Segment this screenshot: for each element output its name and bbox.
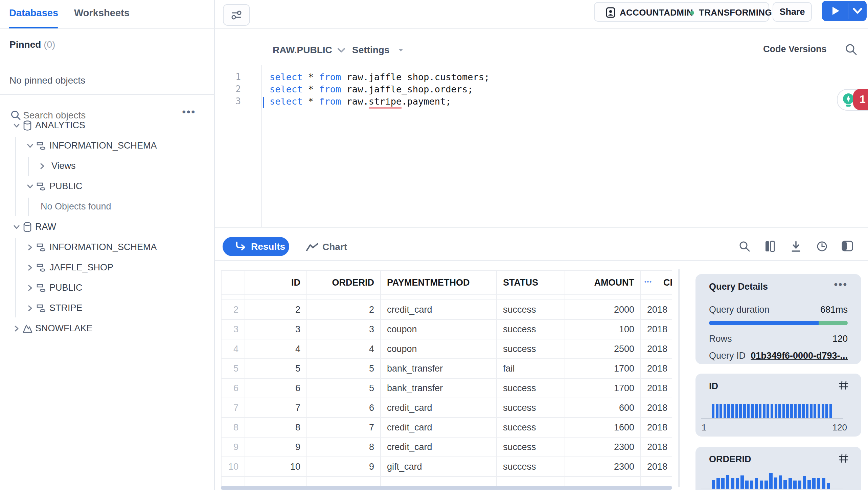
table-cell[interactable]: success	[497, 379, 565, 398]
table-cell[interactable]: gift_card	[381, 457, 497, 477]
row-number[interactable]: 6	[221, 379, 245, 398]
tree-item-public[interactable]: PUBLIC	[0, 278, 214, 298]
table-row[interactable]: 10109gift_cardsuccess23002018	[221, 457, 672, 477]
table-cell[interactable]: success	[497, 300, 565, 320]
editor-search-icon[interactable]	[844, 43, 858, 56]
column-header-rownum[interactable]	[221, 270, 245, 295]
row-number[interactable]: 2	[221, 300, 245, 320]
row-number[interactable]: 7	[221, 398, 245, 418]
column-stats-card-orderid[interactable]: ORDERID	[695, 447, 861, 490]
table-cell[interactable]: credit_card	[381, 300, 497, 320]
context-selector-button[interactable]: ACCOUNTADMIN TRANSFORMING	[594, 2, 769, 22]
table-cell[interactable]: 3	[245, 320, 307, 339]
table-cell[interactable]: 7	[307, 418, 381, 438]
table-cell[interactable]: 2	[245, 300, 307, 320]
history-icon[interactable]	[816, 240, 828, 252]
tree-item-information-schema[interactable]: INFORMATION_SCHEMA	[0, 237, 214, 258]
table-cell[interactable]: 5	[307, 379, 381, 398]
row-number[interactable]: 9	[221, 438, 245, 457]
tree-item-views[interactable]: Views	[0, 156, 214, 176]
table-cell[interactable]: 2018	[641, 418, 672, 438]
table-cell[interactable]: success	[497, 457, 565, 477]
table-cell[interactable]: 5	[245, 359, 307, 379]
query-details-menu-icon[interactable]: •••	[834, 279, 848, 290]
chevron-down-icon[interactable]	[26, 141, 35, 150]
run-options-chevron-icon[interactable]	[852, 7, 863, 15]
query-id-link[interactable]: 01b349f6-0000-d793-...	[751, 351, 848, 361]
table-cell[interactable]: 6	[245, 379, 307, 398]
table-cell[interactable]: credit_card	[381, 398, 497, 418]
row-number[interactable]: 10	[221, 457, 245, 477]
table-cell[interactable]: success	[497, 438, 565, 457]
download-icon[interactable]	[790, 240, 802, 252]
table-cell[interactable]: 4	[307, 339, 381, 359]
column-header-AMOUNT[interactable]: AMOUNT	[565, 270, 641, 295]
tree-item-raw[interactable]: RAW	[0, 217, 214, 237]
table-cell[interactable]: 2500	[565, 339, 641, 359]
tree-item-stripe[interactable]: STRIPE	[0, 298, 214, 318]
table-cell[interactable]: 2300	[565, 438, 641, 457]
table-cell[interactable]: success	[497, 398, 565, 418]
chevron-right-icon[interactable]	[26, 304, 35, 313]
table-cell[interactable]: 2000	[565, 300, 641, 320]
row-number[interactable]: 4	[221, 339, 245, 359]
table-row[interactable]: 222credit_cardsuccess20002018	[221, 300, 672, 320]
run-button[interactable]	[831, 6, 840, 16]
column-stats-card-id[interactable]: ID 1 120	[695, 374, 861, 437]
table-cell[interactable]: 100	[565, 320, 641, 339]
chevron-down-icon[interactable]	[12, 223, 21, 231]
table-cell[interactable]: 3	[307, 320, 381, 339]
table-cell[interactable]: 2018	[641, 359, 672, 379]
editor-context-dropdown[interactable]: RAW.PUBLIC	[273, 45, 332, 55]
column-overflow-ellipsis-icon[interactable]: •••	[644, 270, 652, 294]
chevron-right-icon[interactable]	[26, 284, 35, 292]
table-cell[interactable]: 2018	[641, 320, 672, 339]
table-cell[interactable]: 8	[307, 438, 381, 457]
table-cell[interactable]: 2018	[641, 379, 672, 398]
chevron-right-icon[interactable]	[38, 162, 47, 171]
split-panel-icon[interactable]	[841, 240, 853, 252]
tree-item-public[interactable]: PUBLIC	[0, 176, 214, 197]
table-cell[interactable]: 4	[245, 339, 307, 359]
column-header-PAYMENTMETHOD[interactable]: PAYMENTMETHOD	[381, 270, 497, 295]
table-cell[interactable]: 2018	[641, 457, 672, 477]
chevron-down-icon[interactable]	[12, 121, 21, 130]
chevron-right-icon[interactable]	[12, 324, 21, 333]
table-row[interactable]: 444couponsuccess25002018	[221, 339, 672, 359]
table-cell[interactable]: bank_transfer	[381, 379, 497, 398]
table-cell[interactable]: success	[497, 418, 565, 438]
table-cell[interactable]: credit_card	[381, 418, 497, 438]
table-row[interactable]: 887credit_cardsuccess16002018	[221, 418, 672, 438]
table-row[interactable]: 555bank_transferfail17002018	[221, 359, 672, 379]
table-cell[interactable]: bank_transfer	[381, 359, 497, 379]
column-header-STATUS[interactable]: STATUS	[497, 270, 565, 295]
tree-item-snowflake[interactable]: SNOWFLAKE	[0, 318, 214, 339]
tree-item-jaffle-shop[interactable]: JAFFLE_SHOP	[0, 258, 214, 278]
row-number[interactable]: 5	[221, 359, 245, 379]
table-cell[interactable]: success	[497, 320, 565, 339]
table-cell[interactable]: 1700	[565, 359, 641, 379]
table-row[interactable]: 333couponsuccess1002018	[221, 320, 672, 339]
tree-item-analytics[interactable]: ANALYTICS	[0, 115, 214, 136]
table-cell[interactable]: 9	[307, 457, 381, 477]
table-row[interactable]: 665bank_transfersuccess17002018	[221, 379, 672, 398]
horizontal-scrollbar[interactable]	[221, 486, 672, 490]
row-number[interactable]: 3	[221, 320, 245, 339]
tab-databases[interactable]: Databases	[9, 7, 58, 19]
chevron-right-icon[interactable]	[26, 243, 35, 252]
tab-results[interactable]: Results	[223, 237, 289, 256]
table-cell[interactable]: 600	[565, 398, 641, 418]
tree-item-information-schema[interactable]: INFORMATION_SCHEMA	[0, 136, 214, 156]
worksheet-filters-button[interactable]	[223, 4, 250, 26]
column-header-ID[interactable]: ID	[245, 270, 307, 295]
table-cell[interactable]: fail	[497, 359, 565, 379]
table-cell[interactable]: 1700	[565, 379, 641, 398]
table-cell[interactable]: 9	[245, 438, 307, 457]
table-cell[interactable]: 2300	[565, 457, 641, 477]
table-cell[interactable]: 2018	[641, 398, 672, 418]
table-cell[interactable]: 6	[307, 398, 381, 418]
tab-worksheets[interactable]: Worksheets	[74, 7, 130, 19]
table-row[interactable]: 998credit_cardsuccess23002018	[221, 438, 672, 457]
table-cell[interactable]: credit_card	[381, 438, 497, 457]
code-line[interactable]: select * from raw.jaffle_shop.customers;	[270, 72, 489, 82]
